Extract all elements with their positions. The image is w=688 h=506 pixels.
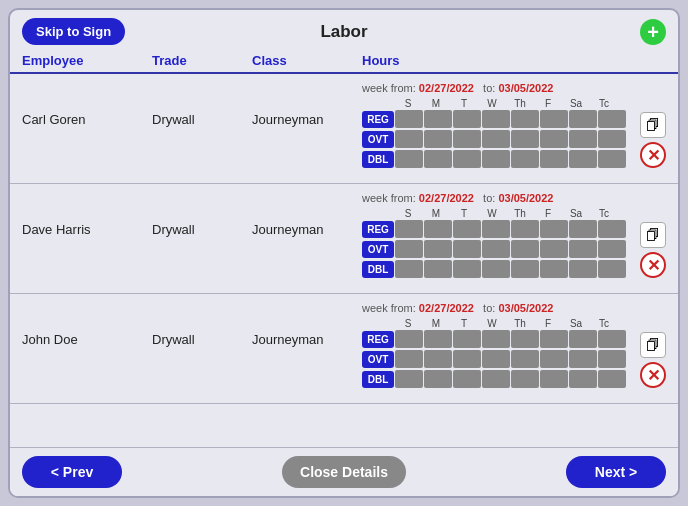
cell[interactable]	[540, 150, 568, 168]
copy-button[interactable]: 🗍	[640, 332, 666, 358]
cell[interactable]	[598, 130, 626, 148]
cell[interactable]	[540, 130, 568, 148]
cell[interactable]	[540, 370, 568, 388]
cell[interactable]	[511, 350, 539, 368]
cell[interactable]	[482, 260, 510, 278]
cell[interactable]	[453, 240, 481, 258]
cell[interactable]	[540, 350, 568, 368]
cell[interactable]	[569, 220, 597, 238]
delete-button[interactable]: ✕	[640, 142, 666, 168]
next-button[interactable]: Next >	[566, 456, 666, 488]
cell[interactable]	[511, 330, 539, 348]
copy-button[interactable]: 🗍	[640, 222, 666, 248]
day-headers: S M T W Th F Sa Tc	[394, 208, 634, 219]
cell[interactable]	[540, 260, 568, 278]
dbl-label: DBL	[362, 151, 394, 168]
close-details-button[interactable]: Close Details	[282, 456, 406, 488]
cell[interactable]	[511, 240, 539, 258]
cell[interactable]	[395, 260, 423, 278]
cell[interactable]	[482, 240, 510, 258]
cell[interactable]	[453, 260, 481, 278]
cell[interactable]	[598, 370, 626, 388]
cell[interactable]	[424, 240, 452, 258]
cell[interactable]	[395, 150, 423, 168]
employee-class: Journeyman	[252, 192, 362, 237]
cell[interactable]	[511, 260, 539, 278]
col-header-trade: Trade	[152, 53, 252, 68]
cell[interactable]	[424, 370, 452, 388]
cell[interactable]	[540, 240, 568, 258]
skip-to-sign-button[interactable]: Skip to Sign	[22, 18, 125, 45]
cell[interactable]	[424, 260, 452, 278]
cell[interactable]	[453, 150, 481, 168]
add-button[interactable]: +	[640, 19, 666, 45]
cell[interactable]	[598, 150, 626, 168]
cell[interactable]	[511, 130, 539, 148]
hours-grid: S M T W Th F Sa Tc REG	[362, 318, 666, 390]
cell[interactable]	[482, 110, 510, 128]
cell[interactable]	[395, 370, 423, 388]
cell[interactable]	[424, 130, 452, 148]
cell[interactable]	[453, 130, 481, 148]
col-header-hours: Hours	[362, 53, 666, 68]
cell[interactable]	[453, 350, 481, 368]
cell[interactable]	[598, 260, 626, 278]
cell[interactable]	[424, 220, 452, 238]
cell[interactable]	[482, 370, 510, 388]
cell[interactable]	[453, 370, 481, 388]
cell[interactable]	[569, 110, 597, 128]
cell[interactable]	[395, 350, 423, 368]
cell[interactable]	[395, 240, 423, 258]
cell[interactable]	[482, 330, 510, 348]
cell[interactable]	[598, 110, 626, 128]
row-actions: 🗍 ✕	[640, 318, 666, 388]
cell[interactable]	[511, 150, 539, 168]
cell[interactable]	[424, 150, 452, 168]
cell[interactable]	[569, 350, 597, 368]
cell[interactable]	[511, 110, 539, 128]
copy-button[interactable]: 🗍	[640, 112, 666, 138]
cell[interactable]	[569, 240, 597, 258]
cell[interactable]	[569, 330, 597, 348]
employee-class: Journeyman	[252, 82, 362, 127]
delete-button[interactable]: ✕	[640, 252, 666, 278]
cell[interactable]	[424, 350, 452, 368]
ovt-row: OVT	[362, 130, 634, 148]
delete-button[interactable]: ✕	[640, 362, 666, 388]
cell[interactable]	[424, 330, 452, 348]
cell[interactable]	[395, 220, 423, 238]
cell[interactable]	[395, 330, 423, 348]
employee-hours-grid: week from: 02/27/2022 to: 03/05/2022 S M…	[362, 82, 666, 170]
cell[interactable]	[511, 370, 539, 388]
cell[interactable]	[569, 130, 597, 148]
cell[interactable]	[453, 220, 481, 238]
cell[interactable]	[598, 220, 626, 238]
table-row: Carl Goren Drywall Journeyman week from:…	[10, 74, 678, 184]
prev-button[interactable]: < Prev	[22, 456, 122, 488]
cell[interactable]	[424, 110, 452, 128]
cell[interactable]	[453, 110, 481, 128]
cell[interactable]	[569, 260, 597, 278]
employee-trade: Drywall	[152, 302, 252, 347]
cell[interactable]	[482, 130, 510, 148]
cell[interactable]	[540, 220, 568, 238]
cell[interactable]	[395, 130, 423, 148]
employee-class: Journeyman	[252, 302, 362, 347]
cell[interactable]	[395, 110, 423, 128]
cell[interactable]	[482, 220, 510, 238]
cell[interactable]	[598, 240, 626, 258]
cell[interactable]	[569, 370, 597, 388]
employee-trade: Drywall	[152, 82, 252, 127]
cell[interactable]	[511, 220, 539, 238]
day-headers: S M T W Th F Sa Tc	[394, 318, 634, 329]
cell[interactable]	[598, 350, 626, 368]
cell[interactable]	[540, 110, 568, 128]
cell[interactable]	[453, 330, 481, 348]
employee-list: Carl Goren Drywall Journeyman week from:…	[10, 74, 678, 447]
column-headers: Employee Trade Class Hours	[10, 53, 678, 74]
cell[interactable]	[482, 150, 510, 168]
cell[interactable]	[569, 150, 597, 168]
cell[interactable]	[482, 350, 510, 368]
cell[interactable]	[540, 330, 568, 348]
cell[interactable]	[598, 330, 626, 348]
